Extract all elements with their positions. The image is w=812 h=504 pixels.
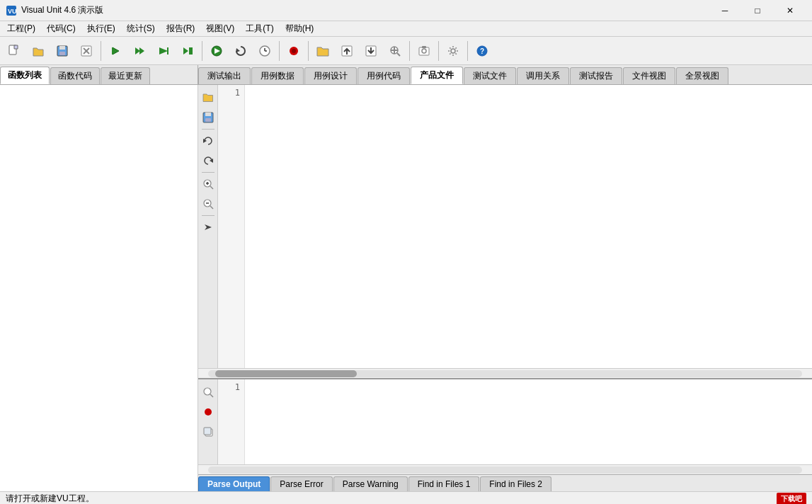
- bottom-tab-parse-output[interactable]: Parse Output: [198, 476, 270, 491]
- tb-search-file-button[interactable]: [384, 40, 406, 62]
- bottom-record-btn[interactable]: [200, 403, 217, 420]
- top-tab-area: 函数列表 函数代码 最近更新 测试输出 用例数据 用例设计 用例代码 产品文件 …: [0, 65, 812, 85]
- bottom-tab-parse-warning[interactable]: Parse Warning: [333, 476, 408, 491]
- tb-refresh-button[interactable]: [229, 40, 252, 62]
- svg-marker-20: [236, 48, 240, 52]
- tb-record-button[interactable]: [282, 40, 305, 62]
- svg-text:VU: VU: [8, 8, 17, 15]
- svg-point-55: [205, 408, 212, 416]
- tab-call-relation[interactable]: 调用关系: [517, 67, 569, 84]
- menu-stats[interactable]: 统计(S): [121, 21, 161, 37]
- tab-case-data[interactable]: 用例数据: [251, 67, 304, 84]
- bottom-panel: 1 Parse Output Parse Error Parse Warning…: [198, 378, 812, 491]
- sidebar-arrow-btn[interactable]: [200, 219, 217, 236]
- menu-tools[interactable]: 工具(T): [240, 21, 279, 37]
- hscroll-thumb[interactable]: [215, 370, 357, 377]
- menu-execute[interactable]: 执行(E): [81, 21, 121, 37]
- tb-sep-4: [308, 41, 309, 61]
- tb-folder-button[interactable]: [311, 40, 334, 62]
- editor-content: 1: [218, 85, 812, 368]
- svg-marker-10: [113, 47, 119, 55]
- minimize-button[interactable]: ─: [709, 0, 741, 21]
- tab-test-output[interactable]: 测试输出: [198, 67, 251, 84]
- tb-skip-button[interactable]: [176, 40, 199, 62]
- tab-test-report[interactable]: 测试报告: [570, 67, 622, 84]
- sidebar-open-btn[interactable]: [200, 89, 217, 106]
- toolbar: ?: [0, 37, 812, 65]
- menu-report[interactable]: 报告(R): [161, 21, 201, 37]
- menu-bar: 工程(P) 代码(C) 执行(E) 统计(S) 报告(R) 视图(V) 工具(T…: [0, 21, 812, 37]
- editor-hscroll[interactable]: [198, 368, 812, 378]
- menu-help[interactable]: 帮助(H): [280, 21, 320, 37]
- bottom-line-number-1: 1: [218, 382, 240, 392]
- tab-case-design[interactable]: 用例设计: [304, 67, 357, 84]
- tb-screenshot-button[interactable]: [413, 40, 435, 62]
- bottom-tab-parse-error[interactable]: Parse Error: [270, 476, 332, 491]
- bottom-code-area[interactable]: [245, 379, 812, 464]
- sidebar-sep-2: [202, 172, 215, 173]
- svg-text:?: ?: [480, 47, 484, 55]
- sidebar-zoom-in-btn[interactable]: [200, 176, 217, 193]
- tb-sep-5: [409, 41, 410, 61]
- sidebar-save-btn[interactable]: [200, 109, 217, 126]
- svg-marker-16: [183, 47, 188, 55]
- bottom-tab-find-files-1[interactable]: Find in Files 1: [408, 476, 480, 491]
- left-tab-function-code[interactable]: 函数代码: [50, 67, 100, 84]
- sidebar-undo-btn[interactable]: [200, 132, 217, 149]
- svg-marker-52: [205, 224, 212, 230]
- title-bar: VU Visual Unit 4.6 演示版 ─ □ ✕: [0, 0, 812, 21]
- bottom-tab-find-files-2[interactable]: Find in Files 2: [480, 476, 551, 491]
- app-title: Visual Unit 4.6 演示版: [21, 4, 709, 16]
- menu-code[interactable]: 代码(C): [41, 21, 81, 37]
- maximize-button[interactable]: □: [741, 0, 774, 21]
- sidebar-redo-btn[interactable]: [200, 152, 217, 169]
- bottom-hscroll[interactable]: [198, 464, 812, 474]
- left-tab-recent-update[interactable]: 最近更新: [101, 67, 150, 84]
- left-tab-function-list[interactable]: 函数列表: [0, 67, 50, 84]
- bottom-copy-btn[interactable]: [200, 423, 217, 440]
- bottom-editor: 1: [218, 379, 812, 464]
- svg-marker-12: [135, 47, 140, 55]
- left-content: [0, 85, 198, 491]
- tb-sep-7: [467, 41, 468, 61]
- tb-help-button[interactable]: ?: [471, 40, 493, 62]
- tb-step-button[interactable]: [104, 40, 127, 62]
- close-button[interactable]: ✕: [774, 0, 806, 21]
- tb-sep-3: [279, 41, 280, 61]
- status-text: 请打开或新建VU工程。: [6, 493, 94, 504]
- svg-point-37: [451, 49, 455, 53]
- right-tab-bar: 测试输出 用例数据 用例设计 用例代码 产品文件 测试文件 调用关系 测试报告 …: [198, 65, 812, 84]
- svg-rect-57: [204, 428, 211, 435]
- line-numbers: 1: [218, 85, 245, 368]
- tab-file-view[interactable]: 文件视图: [623, 67, 675, 84]
- hscroll-track: [208, 370, 802, 377]
- tb-run-button[interactable]: [152, 40, 175, 62]
- tb-save-button[interactable]: [51, 40, 74, 62]
- bottom-search-btn[interactable]: [200, 384, 217, 401]
- tab-test-file[interactable]: 测试文件: [464, 67, 516, 84]
- tb-open-button[interactable]: [27, 40, 50, 62]
- tb-fastforward-button[interactable]: [128, 40, 151, 62]
- svg-line-31: [397, 53, 400, 56]
- menu-view[interactable]: 视图(V): [200, 21, 240, 37]
- svg-line-50: [210, 206, 213, 209]
- tb-export-button[interactable]: [336, 40, 358, 62]
- tb-settings-button[interactable]: [442, 40, 464, 62]
- menu-project[interactable]: 工程(P): [1, 21, 41, 37]
- main-area: 1: [0, 85, 812, 491]
- svg-rect-17: [189, 47, 193, 55]
- tb-close-button[interactable]: [75, 40, 98, 62]
- svg-marker-14: [159, 47, 168, 55]
- tb-download-button[interactable]: [360, 40, 382, 62]
- tb-clock-button[interactable]: [253, 40, 276, 62]
- editor-code-area[interactable]: [245, 85, 812, 368]
- tab-product-file[interactable]: 产品文件: [411, 67, 463, 84]
- top-editor-wrapper: 1: [198, 85, 812, 378]
- tb-new-button[interactable]: [3, 40, 25, 62]
- tab-panorama-view[interactable]: 全景视图: [676, 67, 728, 84]
- sidebar-sep-1: [202, 129, 215, 130]
- sidebar-zoom-out-btn[interactable]: [200, 195, 217, 212]
- tb-sep-2: [202, 41, 202, 61]
- tab-case-code[interactable]: 用例代码: [358, 67, 410, 84]
- tb-play-button[interactable]: [205, 40, 228, 62]
